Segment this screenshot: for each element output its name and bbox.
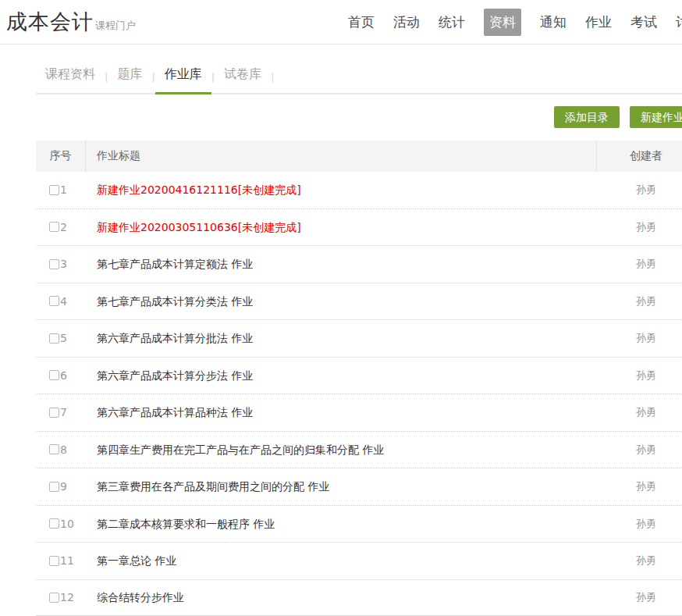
row-number: 2 (60, 221, 67, 233)
row-checkbox[interactable] (49, 556, 59, 566)
row-index-cell: 2 (36, 221, 86, 233)
row-creator: 孙勇 (597, 517, 682, 531)
row-title-cell: 第七章产品成本计算定额法 作业 (86, 256, 597, 272)
tab-question-bank[interactable]: 题库 (108, 59, 151, 93)
nav-item-statistics[interactable]: 统计 (439, 13, 465, 31)
column-header-index: 序号 (36, 141, 86, 172)
assignment-title-link[interactable]: 第六章产品成本计算品种法 作业 (97, 406, 253, 418)
row-index-cell: 7 (36, 406, 86, 418)
row-creator: 孙勇 (597, 479, 682, 493)
tab-paper-bank[interactable]: 试卷库 (215, 59, 271, 93)
table-row: 5 第六章产品成本计算分批法 作业 孙勇 (36, 320, 682, 358)
incomplete-flag: [未创建完成] (238, 183, 301, 196)
course-title: 成本会计 (6, 8, 94, 36)
row-creator: 孙勇 (597, 405, 682, 419)
tab-homework-bank[interactable]: 作业库 (155, 59, 211, 93)
column-header-title: 作业标题 (86, 141, 597, 172)
table-row: 10 第二章成本核算要求和一般程序 作业 孙勇 (36, 506, 682, 543)
row-number: 9 (60, 480, 67, 493)
row-index-cell: 1 (36, 183, 86, 196)
assignment-title-link[interactable]: 第二章成本核算要求和一般程序 作业 (97, 518, 275, 530)
nav-item-notice[interactable]: 通知 (540, 13, 567, 31)
row-number: 12 (60, 591, 74, 604)
assignment-title-link[interactable]: 新建作业20200416121116[未创建完成] (97, 183, 301, 196)
row-checkbox[interactable] (49, 296, 59, 306)
row-checkbox[interactable] (49, 444, 59, 454)
row-checkbox[interactable] (49, 370, 59, 380)
column-header-creator: 创建者 (597, 141, 682, 172)
table-row: 1 新建作业20200416121116[未创建完成] 孙勇 (36, 172, 682, 209)
row-index-cell: 12 (36, 591, 86, 604)
nav-item-home[interactable]: 首页 (348, 13, 375, 31)
row-title-cell: 新建作业20200416121116[未创建完成] (86, 182, 597, 198)
content-area: 课程资料 | 题库 | 作业库 | 试卷库 | 添加目录 新建作业 序号 作业标… (36, 59, 682, 616)
nav-item-exam[interactable]: 考试 (630, 13, 657, 31)
row-creator: 孙勇 (597, 183, 682, 197)
assignment-table: 序号 作业标题 创建者 1 新建作业20200416121116[未创建完成] … (36, 141, 682, 616)
nav-item-materials[interactable]: 资料 (484, 9, 521, 36)
top-nav: 首页 活动 统计 资料 通知 作业 考试 讨论 (348, 9, 682, 36)
table-row: 4 第七章产品成本计算分类法 作业 孙勇 (36, 283, 682, 321)
table-header: 序号 作业标题 创建者 (36, 141, 682, 172)
assignment-title-link[interactable]: 第四章生产费用在完工产品与在产品之间的归集和分配 作业 (97, 443, 384, 456)
row-number: 10 (60, 518, 74, 530)
row-number: 11 (60, 554, 74, 567)
table-row: 6 第六章产品成本计算分步法 作业 孙勇 (36, 358, 682, 395)
row-title-cell: 第三章费用在各产品及期间费用之间的分配 作业 (86, 479, 597, 494)
row-creator: 孙勇 (597, 294, 682, 308)
row-title-cell: 第一章总论 作业 (86, 553, 597, 568)
table-row: 9 第三章费用在各产品及期间费用之间的分配 作业 孙勇 (36, 468, 682, 506)
incomplete-flag: [未创建完成] (238, 221, 301, 233)
assignment-title-link[interactable]: 第六章产品成本计算分批法 作业 (97, 332, 253, 344)
new-assignment-button[interactable]: 新建作业 (630, 106, 682, 128)
row-number: 6 (60, 369, 67, 382)
assignment-title-link[interactable]: 新建作业20200305110636[未创建完成] (97, 221, 301, 233)
table-row: 3 第七章产品成本计算定额法 作业 孙勇 (36, 246, 682, 283)
row-checkbox[interactable] (49, 185, 59, 195)
row-checkbox[interactable] (49, 259, 59, 269)
assignment-title-link[interactable]: 综合结转分步作业 (97, 591, 184, 604)
tab-course-materials[interactable]: 课程资料 (36, 59, 105, 93)
row-title-cell: 第六章产品成本计算品种法 作业 (86, 404, 597, 420)
add-directory-button[interactable]: 添加目录 (554, 106, 620, 128)
row-title-cell: 第二章成本核算要求和一般程序 作业 (86, 516, 597, 532)
row-checkbox[interactable] (49, 222, 59, 232)
assignment-title-link[interactable]: 第七章产品成本计算定额法 作业 (97, 258, 253, 270)
row-creator: 孙勇 (597, 554, 682, 568)
table-row: 7 第六章产品成本计算品种法 作业 孙勇 (36, 394, 682, 432)
row-checkbox[interactable] (49, 408, 59, 418)
toolbar: 添加目录 新建作业 (36, 106, 682, 128)
row-title-cell: 新建作业20200305110636[未创建完成] (86, 219, 597, 235)
nav-item-discussion[interactable]: 讨论 (676, 13, 682, 31)
row-checkbox[interactable] (49, 593, 59, 603)
assignment-title-link[interactable]: 第七章产品成本计算分类法 作业 (97, 295, 253, 308)
row-checkbox[interactable] (49, 333, 59, 344)
row-checkbox[interactable] (49, 482, 59, 492)
page-header: 成本会计 课程门户 首页 活动 统计 资料 通知 作业 考试 讨论 (0, 0, 682, 45)
row-index-cell: 8 (36, 443, 86, 456)
nav-item-activity[interactable]: 活动 (393, 13, 420, 31)
row-index-cell: 9 (36, 480, 86, 493)
row-title-cell: 第四章生产费用在完工产品与在产品之间的归集和分配 作业 (86, 442, 597, 458)
table-row: 12 综合结转分步作业 孙勇 (36, 580, 682, 616)
row-title-cell: 第六章产品成本计算分批法 作业 (86, 330, 597, 346)
row-checkbox[interactable] (49, 518, 59, 529)
assignment-title-link[interactable]: 第三章费用在各产品及期间费用之间的分配 作业 (97, 480, 329, 493)
row-creator: 孙勇 (597, 331, 682, 345)
row-number: 8 (60, 443, 67, 456)
row-title-cell: 综合结转分步作业 (86, 589, 597, 605)
row-index-cell: 10 (36, 518, 86, 530)
nav-item-homework[interactable]: 作业 (585, 13, 612, 31)
tab-separator: | (271, 71, 274, 93)
brand: 成本会计 课程门户 (6, 8, 136, 36)
assignment-title-link[interactable]: 第六章产品成本计算分步法 作业 (97, 369, 253, 382)
row-creator: 孙勇 (597, 220, 682, 234)
row-index-cell: 11 (36, 554, 86, 567)
row-number: 7 (60, 406, 67, 418)
assignment-title-link[interactable]: 第一章总论 作业 (97, 554, 176, 567)
row-number: 5 (60, 332, 67, 344)
row-index-cell: 3 (36, 258, 86, 270)
row-number: 4 (60, 295, 67, 308)
row-number: 3 (60, 258, 67, 270)
row-creator: 孙勇 (597, 257, 682, 271)
